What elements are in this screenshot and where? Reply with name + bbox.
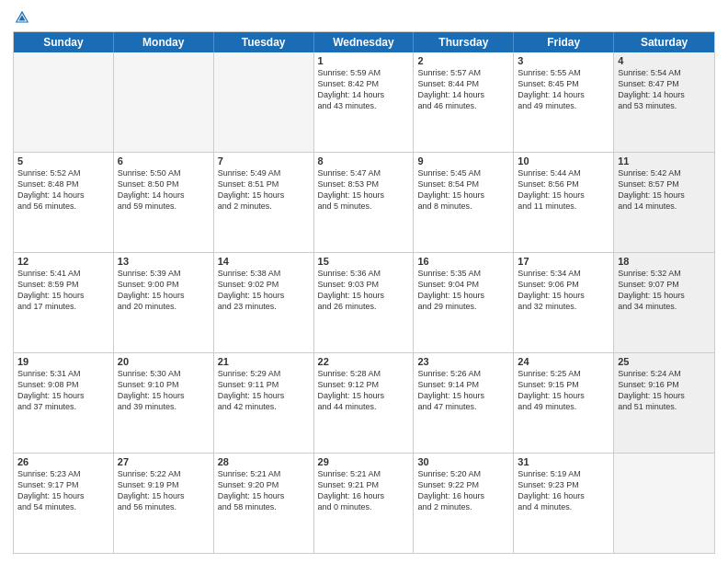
day-number: 8 [318, 155, 410, 167]
day-number: 12 [17, 256, 109, 267]
calendar-day-cell: 8Sunrise: 5:47 AM Sunset: 8:53 PM Daylig… [314, 153, 415, 252]
calendar-day-cell: 21Sunrise: 5:29 AM Sunset: 9:11 PM Dayli… [214, 353, 314, 453]
calendar-day-cell: 4Sunrise: 5:54 AM Sunset: 8:47 PM Daylig… [614, 52, 714, 152]
day-info: Sunrise: 5:32 AM Sunset: 9:07 PM Dayligh… [618, 268, 711, 313]
calendar-day-cell: 23Sunrise: 5:26 AM Sunset: 9:14 PM Dayli… [414, 353, 514, 453]
day-info: Sunrise: 5:19 AM Sunset: 9:23 PM Dayligh… [518, 468, 609, 513]
day-info: Sunrise: 5:23 AM Sunset: 9:17 PM Dayligh… [17, 468, 109, 513]
day-info: Sunrise: 5:28 AM Sunset: 9:12 PM Dayligh… [318, 368, 410, 413]
day-number: 2 [417, 55, 509, 66]
day-info: Sunrise: 5:45 AM Sunset: 8:54 PM Dayligh… [417, 167, 509, 213]
calendar-day-cell: 16Sunrise: 5:35 AM Sunset: 9:04 PM Dayli… [414, 253, 514, 352]
weekday-header: Monday [114, 32, 214, 52]
day-number: 6 [118, 155, 210, 167]
day-info: Sunrise: 5:34 AM Sunset: 9:06 PM Dayligh… [518, 268, 609, 313]
logo [13, 9, 30, 26]
day-number: 14 [218, 256, 310, 267]
day-number: 4 [618, 55, 711, 66]
calendar-day-cell: 24Sunrise: 5:25 AM Sunset: 9:15 PM Dayli… [514, 353, 614, 453]
logo-icon [14, 9, 30, 26]
calendar-day-cell: 2Sunrise: 5:57 AM Sunset: 8:44 PM Daylig… [414, 52, 514, 152]
day-info: Sunrise: 5:22 AM Sunset: 9:19 PM Dayligh… [118, 468, 210, 513]
day-number: 31 [518, 456, 609, 467]
day-info: Sunrise: 5:21 AM Sunset: 9:20 PM Dayligh… [218, 468, 310, 513]
day-info: Sunrise: 5:26 AM Sunset: 9:14 PM Dayligh… [417, 368, 509, 413]
day-info: Sunrise: 5:36 AM Sunset: 9:03 PM Dayligh… [318, 268, 410, 313]
weekday-header: Wednesday [314, 32, 415, 52]
day-info: Sunrise: 5:55 AM Sunset: 8:45 PM Dayligh… [518, 67, 609, 112]
calendar-day-cell: 20Sunrise: 5:30 AM Sunset: 9:10 PM Dayli… [114, 353, 214, 453]
calendar-row: 26Sunrise: 5:23 AM Sunset: 9:17 PM Dayli… [14, 454, 714, 553]
calendar-day-cell: 6Sunrise: 5:50 AM Sunset: 8:50 PM Daylig… [114, 153, 214, 252]
weekday-header: Friday [514, 32, 614, 52]
day-info: Sunrise: 5:35 AM Sunset: 9:04 PM Dayligh… [417, 268, 509, 313]
day-info: Sunrise: 5:49 AM Sunset: 8:51 PM Dayligh… [218, 167, 310, 213]
day-number: 19 [17, 356, 109, 367]
weekday-header: Sunday [14, 32, 114, 52]
calendar-day-cell: 31Sunrise: 5:19 AM Sunset: 9:23 PM Dayli… [514, 454, 614, 553]
calendar-body: 1Sunrise: 5:59 AM Sunset: 8:42 PM Daylig… [14, 52, 714, 553]
day-info: Sunrise: 5:38 AM Sunset: 9:02 PM Dayligh… [218, 268, 310, 313]
day-number: 15 [318, 256, 410, 267]
calendar-empty-cell [14, 52, 114, 152]
day-number: 26 [17, 456, 109, 467]
calendar-day-cell: 3Sunrise: 5:55 AM Sunset: 8:45 PM Daylig… [514, 52, 614, 152]
calendar-day-cell: 7Sunrise: 5:49 AM Sunset: 8:51 PM Daylig… [214, 153, 314, 252]
calendar-row: 1Sunrise: 5:59 AM Sunset: 8:42 PM Daylig… [14, 52, 714, 153]
calendar-day-cell: 30Sunrise: 5:20 AM Sunset: 9:22 PM Dayli… [414, 454, 514, 553]
day-info: Sunrise: 5:31 AM Sunset: 9:08 PM Dayligh… [17, 368, 109, 413]
day-info: Sunrise: 5:52 AM Sunset: 8:48 PM Dayligh… [17, 167, 109, 213]
day-number: 16 [417, 256, 509, 267]
calendar-day-cell: 1Sunrise: 5:59 AM Sunset: 8:42 PM Daylig… [314, 52, 415, 152]
calendar-day-cell: 26Sunrise: 5:23 AM Sunset: 9:17 PM Dayli… [14, 454, 114, 553]
day-number: 28 [218, 456, 310, 467]
day-number: 25 [618, 356, 711, 367]
day-number: 22 [318, 356, 410, 367]
calendar-row: 12Sunrise: 5:41 AM Sunset: 8:59 PM Dayli… [14, 253, 714, 353]
day-info: Sunrise: 5:21 AM Sunset: 9:21 PM Dayligh… [318, 468, 410, 513]
calendar-empty-cell [214, 52, 314, 152]
calendar-row: 5Sunrise: 5:52 AM Sunset: 8:48 PM Daylig… [14, 153, 714, 253]
calendar-row: 19Sunrise: 5:31 AM Sunset: 9:08 PM Dayli… [14, 353, 714, 454]
weekday-header: Thursday [414, 32, 514, 52]
day-info: Sunrise: 5:41 AM Sunset: 8:59 PM Dayligh… [17, 268, 109, 313]
day-number: 20 [118, 356, 210, 367]
calendar-header: SundayMondayTuesdayWednesdayThursdayFrid… [14, 32, 714, 52]
day-number: 17 [518, 256, 609, 267]
calendar-day-cell: 17Sunrise: 5:34 AM Sunset: 9:06 PM Dayli… [514, 253, 614, 352]
calendar-day-cell: 10Sunrise: 5:44 AM Sunset: 8:56 PM Dayli… [514, 153, 614, 252]
calendar-day-cell: 18Sunrise: 5:32 AM Sunset: 9:07 PM Dayli… [614, 253, 714, 352]
day-info: Sunrise: 5:57 AM Sunset: 8:44 PM Dayligh… [417, 67, 509, 112]
calendar-day-cell: 14Sunrise: 5:38 AM Sunset: 9:02 PM Dayli… [214, 253, 314, 352]
day-info: Sunrise: 5:30 AM Sunset: 9:10 PM Dayligh… [118, 368, 210, 413]
day-info: Sunrise: 5:24 AM Sunset: 9:16 PM Dayligh… [618, 368, 711, 413]
weekday-header: Tuesday [214, 32, 314, 52]
day-info: Sunrise: 5:39 AM Sunset: 9:00 PM Dayligh… [118, 268, 210, 313]
calendar-day-cell: 5Sunrise: 5:52 AM Sunset: 8:48 PM Daylig… [14, 153, 114, 252]
day-info: Sunrise: 5:42 AM Sunset: 8:57 PM Dayligh… [618, 167, 711, 213]
day-number: 13 [118, 256, 210, 267]
calendar-day-cell: 25Sunrise: 5:24 AM Sunset: 9:16 PM Dayli… [614, 353, 714, 453]
day-number: 7 [218, 155, 310, 167]
calendar-day-cell: 27Sunrise: 5:22 AM Sunset: 9:19 PM Dayli… [114, 454, 214, 553]
day-info: Sunrise: 5:50 AM Sunset: 8:50 PM Dayligh… [118, 167, 210, 213]
day-number: 24 [518, 356, 609, 367]
calendar-day-cell: 11Sunrise: 5:42 AM Sunset: 8:57 PM Dayli… [614, 153, 714, 252]
day-info: Sunrise: 5:29 AM Sunset: 9:11 PM Dayligh… [218, 368, 310, 413]
day-info: Sunrise: 5:54 AM Sunset: 8:47 PM Dayligh… [618, 67, 711, 112]
calendar-day-cell: 28Sunrise: 5:21 AM Sunset: 9:20 PM Dayli… [214, 454, 314, 553]
day-number: 9 [417, 155, 509, 167]
day-number: 11 [618, 155, 711, 167]
day-number: 1 [318, 55, 410, 66]
day-info: Sunrise: 5:25 AM Sunset: 9:15 PM Dayligh… [518, 368, 609, 413]
calendar-day-cell: 19Sunrise: 5:31 AM Sunset: 9:08 PM Dayli… [14, 353, 114, 453]
day-number: 23 [417, 356, 509, 367]
day-number: 30 [417, 456, 509, 467]
calendar-day-cell: 15Sunrise: 5:36 AM Sunset: 9:03 PM Dayli… [314, 253, 415, 352]
calendar: SundayMondayTuesdayWednesdayThursdayFrid… [13, 31, 715, 554]
day-info: Sunrise: 5:47 AM Sunset: 8:53 PM Dayligh… [318, 167, 410, 213]
day-info: Sunrise: 5:20 AM Sunset: 9:22 PM Dayligh… [417, 468, 509, 513]
day-number: 27 [118, 456, 210, 467]
calendar-day-cell: 9Sunrise: 5:45 AM Sunset: 8:54 PM Daylig… [414, 153, 514, 252]
calendar-empty-cell [114, 52, 214, 152]
